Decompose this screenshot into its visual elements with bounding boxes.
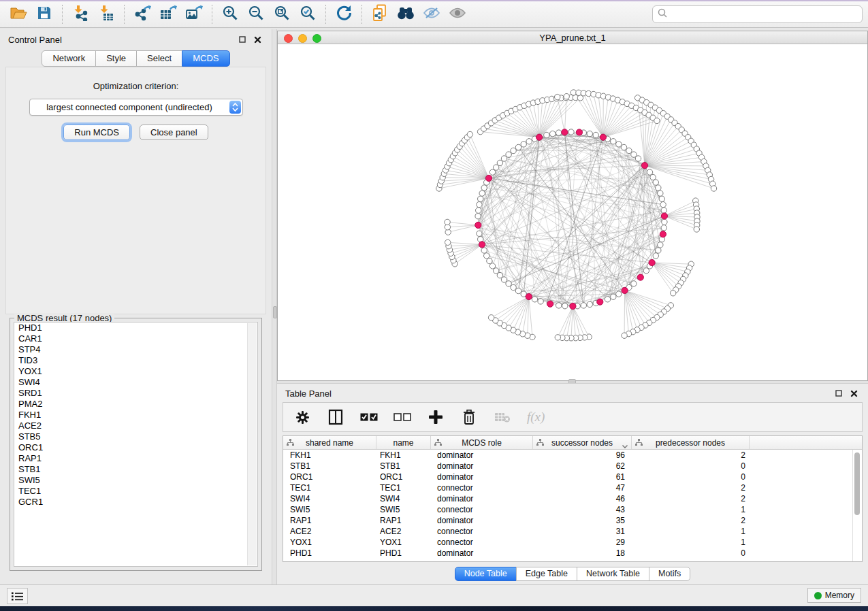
network-dominator-node[interactable] <box>479 242 485 248</box>
column-header-shared-name[interactable]: shared name <box>283 436 376 449</box>
network-dominator-node[interactable] <box>576 129 582 135</box>
show-all-button[interactable] <box>445 4 470 24</box>
network-dominator-node[interactable] <box>547 301 553 307</box>
network-node[interactable] <box>587 131 592 136</box>
table-row[interactable]: FKH1FKH1dominator962 <box>283 450 862 461</box>
network-node[interactable] <box>656 248 661 253</box>
table-cell[interactable]: 0 <box>632 472 750 482</box>
table-cell[interactable]: dominator <box>431 472 533 482</box>
column-header-name[interactable]: name <box>376 436 431 449</box>
table-cell[interactable]: 47 <box>533 483 632 493</box>
network-node[interactable] <box>568 129 574 135</box>
table-cell[interactable]: 18 <box>533 548 632 558</box>
table-cell[interactable]: FKH1 <box>376 450 431 460</box>
network-node[interactable] <box>475 214 481 219</box>
hide-selected-button[interactable] <box>419 4 445 24</box>
save-session-button[interactable] <box>31 4 57 24</box>
network-node[interactable] <box>481 248 487 253</box>
network-leaf-node[interactable] <box>694 227 699 232</box>
network-leaf-node[interactable] <box>654 118 660 123</box>
run-mcds-button[interactable]: Run MCDS <box>63 125 130 140</box>
network-node[interactable] <box>477 202 482 208</box>
network-node[interactable] <box>605 297 610 302</box>
table-cell[interactable]: 1 <box>632 538 750 547</box>
table-cell[interactable]: PHD1 <box>283 548 376 558</box>
mcds-result-item[interactable]: ORC1 <box>14 442 257 453</box>
table-row[interactable]: RAP1RAP1dominator352 <box>283 515 862 526</box>
close-panel-icon[interactable] <box>848 388 860 399</box>
mcds-result-item[interactable]: YOX1 <box>14 366 257 377</box>
mcds-result-item[interactable]: SWI5 <box>14 475 257 486</box>
table-cell[interactable]: dominator <box>431 548 533 558</box>
export-image-button[interactable] <box>181 4 207 24</box>
mcds-result-item[interactable]: TID3 <box>14 355 257 366</box>
network-leaf-node[interactable] <box>488 315 494 320</box>
network-leaf-node[interactable] <box>555 94 560 99</box>
network-node[interactable] <box>611 294 616 299</box>
mcds-result-item[interactable]: GCR1 <box>14 497 257 508</box>
table-cell[interactable]: ACE2 <box>283 527 376 536</box>
network-node[interactable] <box>532 297 537 302</box>
table-cell[interactable]: TEC1 <box>283 483 376 493</box>
table-cell[interactable]: ORC1 <box>376 472 431 482</box>
network-node[interactable] <box>544 132 549 137</box>
close-window-icon[interactable] <box>284 34 293 43</box>
table-cell[interactable]: 62 <box>533 461 632 471</box>
network-node[interactable] <box>515 288 521 293</box>
network-node[interactable] <box>521 142 526 147</box>
table-cell[interactable]: PHD1 <box>376 548 431 558</box>
network-dominator-node[interactable] <box>475 222 481 228</box>
network-node[interactable] <box>477 231 482 236</box>
table-cell[interactable]: 2 <box>632 450 750 460</box>
network-node[interactable] <box>653 180 658 185</box>
apply-layout-button[interactable] <box>331 4 357 24</box>
table-cell[interactable]: SWI5 <box>376 505 431 514</box>
network-node[interactable] <box>631 281 637 286</box>
network-node[interactable] <box>658 242 663 248</box>
mcds-result-item[interactable]: STB1 <box>14 464 257 475</box>
table-cell[interactable]: YOX1 <box>283 538 376 547</box>
network-node[interactable] <box>621 144 626 150</box>
table-cell[interactable]: 2 <box>632 494 750 503</box>
table-cell[interactable]: 1 <box>632 527 750 536</box>
table-cell[interactable]: 1 <box>632 505 750 514</box>
network-node[interactable] <box>658 191 663 196</box>
table-cell[interactable]: TEC1 <box>376 483 431 493</box>
maximize-window-icon[interactable] <box>312 34 321 43</box>
table-cell[interactable]: STB1 <box>283 461 376 471</box>
zoom-in-button[interactable] <box>217 4 243 24</box>
network-node[interactable] <box>538 299 543 304</box>
table-cell[interactable]: YOX1 <box>376 538 431 547</box>
table-cell[interactable]: 2 <box>632 483 750 493</box>
network-leaf-node[interactable] <box>467 131 472 137</box>
network-leaf-node[interactable] <box>711 186 716 191</box>
table-row[interactable]: STB1STB1dominator620 <box>283 461 862 472</box>
network-node[interactable] <box>501 156 507 161</box>
mcds-list-scrollbar[interactable] <box>247 323 257 565</box>
tab-network-table[interactable]: Network Table <box>577 567 649 581</box>
select-all-button[interactable] <box>360 408 378 426</box>
zoom-out-button[interactable] <box>243 4 269 24</box>
network-node[interactable] <box>650 174 656 180</box>
network-leaf-node[interactable] <box>445 219 450 225</box>
table-row[interactable]: PHD1PHD1dominator180 <box>283 548 862 559</box>
column-header-predecessor-nodes[interactable]: predecessor nodes <box>632 436 750 449</box>
mcds-result-item[interactable]: SRD1 <box>14 388 257 399</box>
network-node[interactable] <box>635 156 641 161</box>
minimize-window-icon[interactable] <box>298 34 307 43</box>
table-cell[interactable]: SWI5 <box>283 505 376 514</box>
table-cell[interactable]: connector <box>431 527 533 536</box>
column-selector-button[interactable] <box>327 408 344 426</box>
network-node[interactable] <box>550 131 556 136</box>
mcds-result-item[interactable]: PMA2 <box>14 399 257 410</box>
table-cell[interactable]: 31 <box>533 527 632 536</box>
network-node[interactable] <box>484 253 489 259</box>
network-node[interactable] <box>478 196 483 201</box>
network-node[interactable] <box>661 208 666 213</box>
zoom-selected-button[interactable] <box>295 4 321 24</box>
network-node[interactable] <box>506 281 511 286</box>
mcds-result-item[interactable]: FKH1 <box>14 410 257 420</box>
search-field[interactable] <box>652 5 863 23</box>
network-node[interactable] <box>562 303 568 309</box>
table-cell[interactable]: RAP1 <box>376 516 431 525</box>
